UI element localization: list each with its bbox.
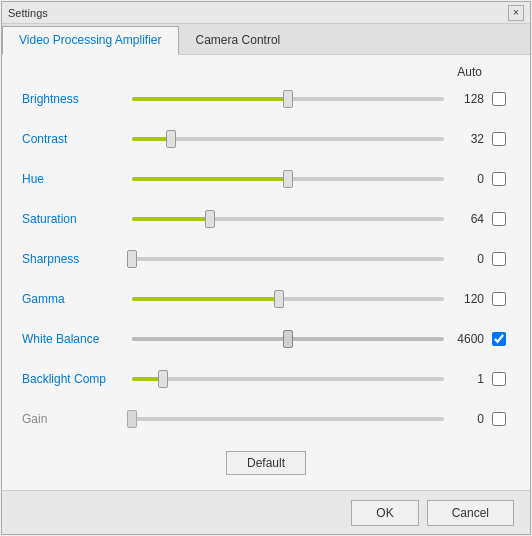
default-button[interactable]: Default [226, 451, 306, 475]
saturation-thumb[interactable] [205, 210, 215, 228]
brightness-auto[interactable] [488, 92, 510, 106]
white-balance-thumb[interactable] [283, 330, 293, 348]
contrast-row: Contrast 32 [22, 123, 510, 155]
hue-row: Hue 0 [22, 163, 510, 195]
hue-thumb[interactable] [283, 170, 293, 188]
white-balance-slider-container [132, 329, 444, 349]
tab-video-processing[interactable]: Video Processing Amplifier [2, 26, 179, 55]
gain-slider-container [132, 409, 444, 429]
saturation-value: 64 [444, 212, 484, 226]
contrast-auto-checkbox[interactable] [492, 132, 506, 146]
sharpness-row: Sharpness 0 [22, 243, 510, 275]
sharpness-track [132, 257, 444, 261]
white-balance-label: White Balance [22, 332, 132, 346]
contrast-slider-container [132, 129, 444, 149]
gamma-thumb[interactable] [274, 290, 284, 308]
brightness-track [132, 97, 444, 101]
backlight-comp-auto-checkbox[interactable] [492, 372, 506, 386]
hue-label: Hue [22, 172, 132, 186]
ok-button[interactable]: OK [351, 500, 418, 526]
sharpness-auto[interactable] [488, 252, 510, 266]
white-balance-value: 4600 [444, 332, 484, 346]
backlight-comp-auto[interactable] [488, 372, 510, 386]
default-button-area: Default [22, 443, 510, 479]
white-balance-auto[interactable] [488, 332, 510, 346]
backlight-comp-value: 1 [444, 372, 484, 386]
gamma-row: Gamma 120 [22, 283, 510, 315]
saturation-row: Saturation 64 [22, 203, 510, 235]
brightness-fill [132, 97, 288, 101]
sharpness-label: Sharpness [22, 252, 132, 266]
hue-auto[interactable] [488, 172, 510, 186]
hue-fill [132, 177, 288, 181]
gain-track [132, 417, 444, 421]
hue-value: 0 [444, 172, 484, 186]
hue-slider-container [132, 169, 444, 189]
contrast-thumb[interactable] [166, 130, 176, 148]
sharpness-auto-checkbox[interactable] [492, 252, 506, 266]
title-bar: Settings × [2, 2, 530, 24]
gain-row: Gain 0 [22, 403, 510, 435]
hue-auto-checkbox[interactable] [492, 172, 506, 186]
brightness-label: Brightness [22, 92, 132, 106]
gamma-auto[interactable] [488, 292, 510, 306]
white-balance-fill [132, 337, 288, 341]
gain-auto-checkbox[interactable] [492, 412, 506, 426]
gain-auto[interactable] [488, 412, 510, 426]
saturation-slider-container [132, 209, 444, 229]
white-balance-auto-checkbox[interactable] [492, 332, 506, 346]
saturation-auto-checkbox[interactable] [492, 212, 506, 226]
gamma-track [132, 297, 444, 301]
white-balance-row: White Balance 4600 [22, 323, 510, 355]
saturation-label: Saturation [22, 212, 132, 226]
brightness-slider-container [132, 89, 444, 109]
brightness-row: Brightness 128 [22, 83, 510, 115]
settings-window: Settings × Video Processing Amplifier Ca… [1, 1, 531, 535]
cancel-button[interactable]: Cancel [427, 500, 514, 526]
sharpness-value: 0 [444, 252, 484, 266]
gamma-label: Gamma [22, 292, 132, 306]
auto-header: Auto [22, 65, 510, 79]
saturation-auto[interactable] [488, 212, 510, 226]
backlight-comp-label: Backlight Comp [22, 372, 132, 386]
contrast-track [132, 137, 444, 141]
gamma-auto-checkbox[interactable] [492, 292, 506, 306]
contrast-value: 32 [444, 132, 484, 146]
content-area: Auto Brightness 128 Contrast [2, 55, 530, 490]
hue-track [132, 177, 444, 181]
brightness-thumb[interactable] [283, 90, 293, 108]
contrast-label: Contrast [22, 132, 132, 146]
backlight-comp-thumb[interactable] [158, 370, 168, 388]
footer: OK Cancel [2, 490, 530, 534]
saturation-track [132, 217, 444, 221]
gamma-fill [132, 297, 279, 301]
gain-value: 0 [444, 412, 484, 426]
backlight-comp-row: Backlight Comp 1 [22, 363, 510, 395]
sharpness-thumb[interactable] [127, 250, 137, 268]
gamma-slider-container [132, 289, 444, 309]
backlight-comp-track [132, 377, 444, 381]
window-title: Settings [8, 7, 48, 19]
saturation-fill [132, 217, 210, 221]
tab-bar: Video Processing Amplifier Camera Contro… [2, 24, 530, 55]
contrast-auto[interactable] [488, 132, 510, 146]
close-button[interactable]: × [508, 5, 524, 21]
gain-thumb[interactable] [127, 410, 137, 428]
tab-camera-control[interactable]: Camera Control [179, 26, 298, 54]
brightness-auto-checkbox[interactable] [492, 92, 506, 106]
sharpness-slider-container [132, 249, 444, 269]
backlight-comp-slider-container [132, 369, 444, 389]
brightness-value: 128 [444, 92, 484, 106]
gain-label: Gain [22, 412, 132, 426]
white-balance-track [132, 337, 444, 341]
gamma-value: 120 [444, 292, 484, 306]
